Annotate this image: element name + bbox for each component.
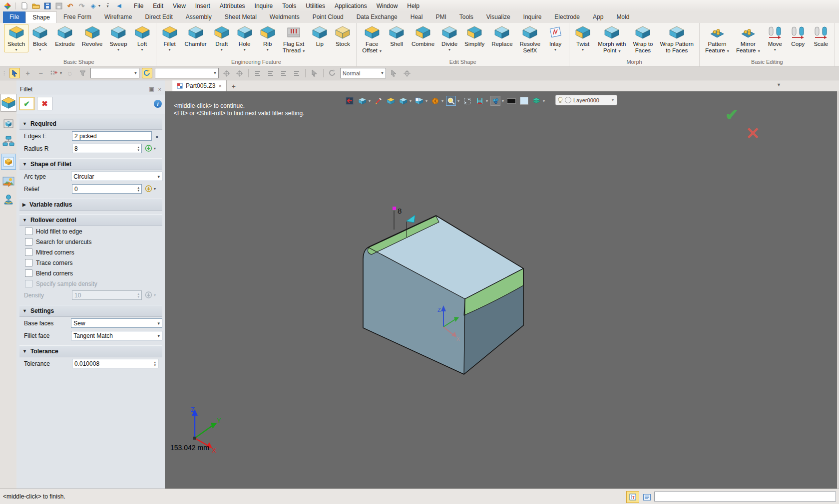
tolerance-spinner[interactable]: ▴▾ <box>154 361 156 367</box>
tab-heal[interactable]: Heal <box>404 11 429 23</box>
spin-wheel-icon[interactable] <box>430 96 440 106</box>
section-shape-of-fillet[interactable]: ▼ Shape of Fillet <box>19 158 162 170</box>
entity-filter-combo-caret-icon[interactable]: ▼ <box>132 71 139 75</box>
dimension-handle[interactable] <box>393 207 396 210</box>
tab-close-icon[interactable]: × <box>218 83 221 89</box>
ghost-cursor-icon[interactable] <box>309 68 320 78</box>
checkbox-square[interactable] <box>25 238 32 246</box>
ribbon-button-replace[interactable]: Replace <box>488 24 516 48</box>
edges-input[interactable]: 2 picked <box>72 131 152 141</box>
dimension-arrow-icon[interactable] <box>407 215 415 223</box>
tab-file[interactable]: File <box>3 11 25 23</box>
dropdown-caret-icon[interactable]: ▾ <box>617 49 620 53</box>
ribbon-button-face-offset[interactable]: FaceOffset ▾ <box>359 24 385 54</box>
tab-direct-edit[interactable]: Direct Edit <box>138 11 179 23</box>
window-zoom-icon[interactable] <box>462 96 472 106</box>
tab-mold[interactable]: Mold <box>610 11 636 23</box>
menu-help[interactable]: Help <box>403 1 424 11</box>
expand-list-icon[interactable]: ⌄⌄ <box>155 134 159 138</box>
dropdown-caret-icon[interactable]: ▾ <box>169 47 171 52</box>
ribbon-button-divide[interactable]: Divide▾ <box>438 24 461 52</box>
spin-wheel-icon-caret[interactable]: ▾ <box>441 99 443 103</box>
radius-options-caret[interactable]: ▾ <box>154 146 156 151</box>
target-icon-1[interactable] <box>221 68 232 78</box>
ribbon-button-extrude[interactable]: Extrude <box>51 24 78 48</box>
undo-icon[interactable]: ↶ <box>66 1 74 10</box>
manager-tree-icon[interactable] <box>2 136 14 147</box>
ribbon-button-draft[interactable]: Draft▾ <box>210 24 233 52</box>
new-file-icon[interactable] <box>20 1 28 10</box>
align-bars-icon-2[interactable] <box>265 68 276 78</box>
view-orientation-icon-caret[interactable]: ▾ <box>98 3 100 8</box>
relief-options-caret[interactable]: ▾ <box>154 187 156 191</box>
dropdown-caret-icon[interactable]: ▾ <box>221 47 223 52</box>
menu-insert[interactable]: Insert <box>191 1 215 11</box>
lasso-pick-icon[interactable]: ◌ <box>64 68 75 78</box>
checkbox-search-for-undercuts[interactable]: Search for undercuts <box>19 237 162 247</box>
arc-type-select[interactable]: Circular▾ <box>71 172 162 181</box>
section-tolerance[interactable]: ▼ Tolerance <box>19 345 162 357</box>
view-standard-icon[interactable] <box>357 96 367 106</box>
print-icon[interactable] <box>54 1 63 10</box>
ribbon-button-shell[interactable]: Shell <box>385 24 408 48</box>
ribbon-button-chamfer[interactable]: Chamfer <box>181 24 210 48</box>
ribbon-button-stock[interactable]: Stock <box>331 24 354 48</box>
ribbon-button-wrap-to-faces[interactable]: Wrap toFaces <box>629 24 656 54</box>
checkbox-square[interactable] <box>25 249 32 256</box>
quick-access-options-icon[interactable]: ▾ <box>103 1 112 10</box>
pick-cursor-icon[interactable] <box>9 68 20 78</box>
checkbox-square[interactable] <box>25 259 32 266</box>
pick-filter-icon-caret[interactable]: ▾ <box>60 71 62 75</box>
point-display-icon[interactable] <box>490 96 500 106</box>
ribbon-button-morph-with-point[interactable]: Morph withPoint ▾ <box>594 24 629 54</box>
probe-gray-icon[interactable] <box>402 68 412 78</box>
layer-selector[interactable]: Layer0000 ▼ <box>555 95 617 105</box>
add-pick-icon[interactable]: + <box>22 68 33 78</box>
dropdown-caret-icon[interactable]: ▾ <box>448 47 450 52</box>
zoom-tool-icon-caret[interactable]: ▾ <box>457 99 459 103</box>
display-mode-combo[interactable]: Normal▼ <box>340 68 386 78</box>
hide-show-icon[interactable]: ◀ <box>115 1 123 10</box>
ribbon-button-sketch[interactable]: Sketch▾ <box>4 24 28 52</box>
panel-close-icon[interactable]: × <box>158 86 161 92</box>
redo-icon[interactable]: ↷ <box>77 1 86 10</box>
face-color-icon[interactable] <box>386 96 396 106</box>
regen-icon[interactable] <box>142 68 152 78</box>
layer-manager-icon[interactable] <box>531 96 541 106</box>
ok-button[interactable]: ✔ <box>19 97 34 110</box>
radius-expression-icon[interactable] <box>144 144 153 153</box>
shade-mode-icon-caret[interactable]: ▾ <box>410 99 412 103</box>
checkbox-trace-corners[interactable]: Trace corners <box>19 257 162 268</box>
role-manager-icon[interactable] <box>3 194 13 205</box>
dropdown-caret-icon[interactable]: ▾ <box>379 49 382 53</box>
dimension-value[interactable]: 8 <box>398 207 402 215</box>
dropdown-caret-icon[interactable]: ▾ <box>15 47 17 52</box>
tab-tools[interactable]: Tools <box>453 11 480 23</box>
menu-window[interactable]: Window <box>372 1 403 11</box>
save-icon[interactable] <box>43 1 51 10</box>
section-variable-radius[interactable]: ▶ Variable radius <box>19 199 162 211</box>
view-standard-icon-caret[interactable]: ▾ <box>369 99 371 103</box>
align-plane-icon-caret[interactable]: ▾ <box>486 99 488 103</box>
ribbon-button-copy[interactable]: Copy <box>787 24 810 48</box>
ribbon-button-rib[interactable]: Rib▾ <box>256 24 279 52</box>
ribbon-button-datum[interactable]: 312Datum▾ <box>837 24 839 52</box>
ribbon-button-wrap-pattern-to-faces[interactable]: Wrap Patternto Faces <box>656 24 697 54</box>
shape-browser-icon[interactable] <box>3 119 14 129</box>
section-settings[interactable]: ▼ Settings <box>19 305 162 317</box>
tab-shape[interactable]: Shape <box>25 11 57 23</box>
tab-inquire[interactable]: Inquire <box>517 11 548 23</box>
relief-spinner[interactable]: ▴▾ <box>137 186 139 192</box>
ribbon-button-fillet[interactable]: Fillet▾ <box>158 24 181 52</box>
align-bars-icon-4[interactable] <box>291 68 302 78</box>
cancel-button[interactable]: ✖ <box>37 97 52 110</box>
dropdown-caret-icon[interactable]: ▾ <box>302 49 305 53</box>
ribbon-button-hole[interactable]: Hole▾ <box>233 24 256 52</box>
tolerance-input[interactable]: 0.010008 ▴▾ <box>72 359 158 368</box>
section-required[interactable]: ▼ Required <box>19 118 162 130</box>
dropdown-caret-icon[interactable]: ▾ <box>117 47 119 52</box>
open-file-icon[interactable] <box>31 1 40 10</box>
view-manager-icon[interactable] <box>1 154 16 170</box>
command-input[interactable] <box>654 492 836 502</box>
align-plane-icon[interactable] <box>474 96 484 106</box>
